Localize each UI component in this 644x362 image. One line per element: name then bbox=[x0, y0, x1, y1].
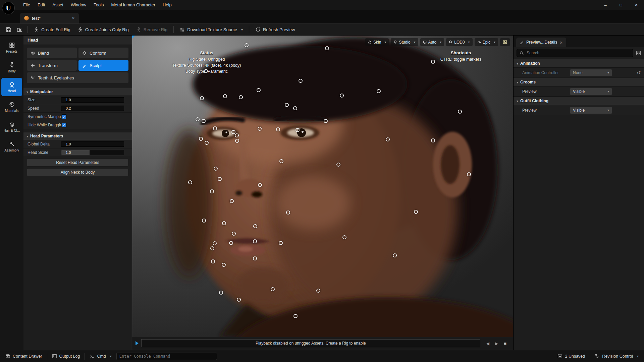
face-sculpt-marker[interactable] bbox=[200, 96, 204, 100]
face-sculpt-marker[interactable] bbox=[377, 89, 381, 93]
face-sculpt-marker[interactable] bbox=[223, 94, 227, 98]
search-input[interactable] bbox=[526, 50, 630, 56]
unsaved-changes-button[interactable]: 2 Unsaved bbox=[554, 350, 588, 362]
menu-asset[interactable]: Asset bbox=[49, 0, 67, 10]
face-sculpt-marker[interactable] bbox=[258, 127, 262, 131]
grooms-section-header[interactable]: Grooms bbox=[514, 78, 644, 86]
lod-dropdown[interactable]: LOD0 bbox=[446, 38, 472, 46]
reset-head-parameters-button[interactable]: Reset Head Parameters bbox=[27, 159, 128, 167]
maximize-icon[interactable] bbox=[613, 0, 629, 10]
outfit-clothing-section-header[interactable]: Outfit Clothing bbox=[514, 97, 644, 105]
face-sculpt-marker[interactable] bbox=[202, 219, 206, 223]
menu-edit[interactable]: Edit bbox=[34, 0, 49, 10]
size-slider[interactable]: 1.0 bbox=[61, 97, 124, 103]
face-sculpt-marker[interactable] bbox=[188, 180, 192, 184]
face-sculpt-marker[interactable] bbox=[210, 246, 214, 250]
face-sculpt-marker[interactable] bbox=[257, 88, 261, 92]
animation-controller-dropdown[interactable]: None bbox=[570, 69, 612, 76]
align-neck-to-body-button[interactable]: Align Neck to Body bbox=[27, 168, 128, 176]
create-joints-only-rig-button[interactable]: Create Joints Only Rig bbox=[74, 25, 132, 34]
hide-while-dragging-checkbox[interactable] bbox=[62, 123, 66, 127]
revision-control-button[interactable]: Revision Control bbox=[591, 350, 642, 362]
face-sculpt-marker[interactable] bbox=[235, 139, 239, 143]
face-sculpt-marker[interactable] bbox=[232, 232, 236, 236]
browse-to-asset-button[interactable] bbox=[14, 25, 25, 34]
head-parameters-section-header[interactable]: Head Parameters bbox=[23, 132, 132, 140]
asset-tab[interactable]: test* bbox=[20, 13, 79, 23]
face-sculpt-marker[interactable] bbox=[213, 241, 217, 245]
face-sculpt-marker[interactable] bbox=[458, 110, 462, 114]
output-log-button[interactable]: Output Log bbox=[49, 350, 84, 362]
studio-lighting-dropdown[interactable]: Studio bbox=[391, 38, 418, 46]
tab-close-icon[interactable] bbox=[72, 15, 75, 21]
mode-sculpt-button[interactable]: Sculpt bbox=[78, 60, 128, 71]
face-sculpt-marker[interactable] bbox=[293, 106, 297, 110]
face-sculpt-marker[interactable] bbox=[239, 95, 243, 99]
manipulator-section-header[interactable]: Manipulator bbox=[23, 88, 132, 96]
face-sculpt-marker[interactable] bbox=[258, 183, 262, 187]
menu-help[interactable]: Help bbox=[159, 0, 175, 10]
face-sculpt-marker[interactable] bbox=[222, 221, 226, 225]
minimize-icon[interactable] bbox=[598, 0, 613, 10]
face-sculpt-marker[interactable] bbox=[231, 130, 235, 134]
close-window-icon[interactable] bbox=[629, 0, 644, 10]
face-sculpt-marker[interactable] bbox=[196, 117, 200, 121]
face-sculpt-marker[interactable] bbox=[279, 241, 283, 245]
face-sculpt-marker[interactable] bbox=[230, 199, 234, 203]
3d-viewport[interactable]: Skin Studio Auto LOD0 Epic Status Rig St… bbox=[132, 36, 513, 350]
quality-epic-dropdown[interactable]: Epic bbox=[475, 38, 498, 46]
animation-section-header[interactable]: Animation bbox=[514, 59, 644, 68]
menu-metahuman-character[interactable]: MetaHuman Character bbox=[107, 0, 159, 10]
create-full-rig-button[interactable]: Create Full Rig bbox=[31, 25, 74, 34]
face-sculpt-marker[interactable] bbox=[253, 224, 257, 228]
face-sculpt-marker[interactable] bbox=[205, 141, 209, 145]
face-sculpt-marker[interactable] bbox=[218, 177, 222, 181]
content-drawer-button[interactable]: Content Drawer bbox=[2, 350, 46, 362]
nav-item-body[interactable]: Body bbox=[1, 58, 22, 76]
face-sculpt-marker[interactable] bbox=[336, 163, 340, 167]
face-sculpt-marker[interactable] bbox=[213, 126, 217, 130]
face-sculpt-marker[interactable] bbox=[276, 127, 280, 131]
grooms-preview-dropdown[interactable]: Visible bbox=[570, 88, 612, 95]
face-sculpt-marker[interactable] bbox=[222, 263, 226, 267]
cmd-dropdown[interactable]: Cmd bbox=[86, 350, 115, 362]
outfit-preview-dropdown[interactable]: Visible bbox=[570, 107, 612, 114]
face-sculpt-marker[interactable] bbox=[393, 253, 397, 257]
face-sculpt-marker[interactable] bbox=[467, 172, 471, 176]
face-sculpt-marker[interactable] bbox=[285, 103, 289, 107]
face-sculpt-marker[interactable] bbox=[340, 94, 344, 98]
play-icon[interactable] bbox=[495, 340, 498, 346]
face-sculpt-marker[interactable] bbox=[210, 189, 214, 193]
details-tab-close-icon[interactable] bbox=[559, 40, 562, 45]
face-sculpt-marker[interactable] bbox=[219, 291, 223, 295]
face-sculpt-marker[interactable] bbox=[296, 128, 300, 132]
face-sculpt-marker[interactable] bbox=[286, 210, 290, 215]
face-sculpt-marker[interactable] bbox=[324, 119, 328, 123]
console-command-input[interactable] bbox=[116, 353, 217, 360]
face-sculpt-marker[interactable] bbox=[325, 46, 329, 50]
face-sculpt-marker[interactable] bbox=[199, 137, 203, 141]
nav-item-assembly[interactable]: Assembly bbox=[1, 137, 22, 156]
face-sculpt-marker[interactable] bbox=[237, 298, 241, 302]
menu-tools[interactable]: Tools bbox=[90, 0, 107, 10]
face-sculpt-marker[interactable] bbox=[253, 256, 257, 260]
global-delta-slider[interactable]: 1.0 bbox=[61, 141, 124, 147]
face-sculpt-marker[interactable] bbox=[214, 167, 218, 171]
head-scale-slider[interactable]: 1.0 bbox=[61, 150, 124, 155]
face-sculpt-marker[interactable] bbox=[299, 79, 303, 83]
nav-item-materials[interactable]: Materials bbox=[1, 98, 22, 116]
save-button[interactable] bbox=[3, 25, 14, 34]
nav-item-presets[interactable]: Presets bbox=[1, 38, 22, 57]
preview-details-tab[interactable]: Preview...Details bbox=[516, 38, 566, 47]
menu-window[interactable]: Window bbox=[67, 0, 90, 10]
symmetric-checkbox[interactable] bbox=[62, 114, 66, 119]
face-sculpt-marker[interactable] bbox=[279, 159, 283, 163]
face-sculpt-marker[interactable] bbox=[342, 235, 346, 239]
nav-item-hair-clothing[interactable]: Hair & Cl... bbox=[1, 117, 22, 136]
menu-file[interactable]: File bbox=[19, 0, 34, 10]
nav-item-head[interactable]: Head bbox=[1, 78, 22, 96]
timeline-playhead-icon[interactable] bbox=[136, 341, 139, 345]
speed-slider[interactable]: 0.2 bbox=[61, 106, 124, 111]
face-sculpt-marker[interactable] bbox=[245, 43, 249, 47]
face-sculpt-marker[interactable] bbox=[431, 138, 435, 142]
